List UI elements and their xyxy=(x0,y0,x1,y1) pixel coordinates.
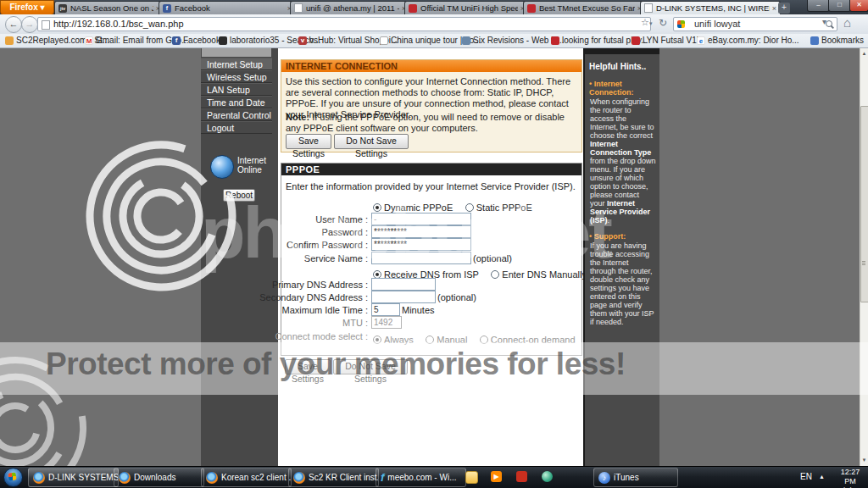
dynamic-pppoe-radio[interactable] xyxy=(373,203,381,212)
bookmark-star-icon[interactable]: ☆▾ xyxy=(641,17,652,28)
scrollbar-grip xyxy=(862,261,865,265)
maximize-button[interactable]: □ xyxy=(828,0,851,12)
sidebar-item-lan-setup[interactable]: LAN Setup xyxy=(201,83,272,96)
hint-1-text-e: . xyxy=(608,216,610,225)
new-tab-button[interactable]: + xyxy=(778,3,790,14)
mtu-input[interactable] xyxy=(371,316,402,329)
confirm-password-label: Confirm Password : xyxy=(258,240,368,250)
messenger-icon[interactable] xyxy=(542,471,553,482)
taskbar-label: Korean sc2 client ... xyxy=(221,473,292,482)
manual-dns-label: Enter DNS Manually xyxy=(502,269,587,280)
primary-dns-input[interactable] xyxy=(371,278,436,291)
tab-justin-tv[interactable]: jtv NASL Season One on Justin.tv × xyxy=(54,1,164,14)
google-icon xyxy=(677,20,685,28)
close-tab-icon[interactable]: × xyxy=(770,4,776,13)
search-icon[interactable] xyxy=(826,20,832,27)
static-pppoe-label: Static PPPoE xyxy=(476,202,532,213)
firefox-menu-button[interactable]: Firefox ▾ xyxy=(0,0,54,15)
media-player-icon[interactable]: ▶ xyxy=(491,471,502,482)
confirm-password-input[interactable] xyxy=(371,238,471,251)
bookmark-lyn-futsal[interactable]: LYN Futsal V17 xyxy=(632,36,701,45)
tab-title: unifi @ athena.my | 2011 - The ... xyxy=(306,3,399,13)
firefox-icon xyxy=(206,472,218,484)
scroll-down-icon[interactable]: ▼ xyxy=(860,455,868,465)
windows-logo-icon xyxy=(8,472,16,480)
explorer-folder-icon[interactable] xyxy=(465,471,478,484)
bookmark-ebay[interactable]: eeBay.com.my: Dior Ho... xyxy=(697,36,799,45)
password-input[interactable] xyxy=(371,225,471,238)
taskbar-firefox-dlink[interactable]: D-LINK SYSTEMS,... xyxy=(28,468,119,487)
tab-title: Best TMnet Excuse So Far xyxy=(539,3,635,13)
static-pppoe-radio[interactable] xyxy=(465,203,474,212)
save-settings-button-top[interactable]: Save Settings xyxy=(286,134,331,149)
sidebar-item-internet-setup[interactable]: Internet Setup xyxy=(201,58,272,70)
service-name-input[interactable] xyxy=(371,252,471,264)
tray-expand-icon[interactable]: ▲ xyxy=(819,474,825,480)
tab-dlink-active[interactable]: D-LINK SYSTEMS, INC | WIRELE... × xyxy=(640,1,781,14)
chevron-down-icon: ▾ xyxy=(41,3,45,12)
url-bar[interactable]: http://192.168.0.1/bsc_wan.php xyxy=(37,17,651,31)
bookmarks-menu-button[interactable]: Bookmarks xyxy=(810,36,864,45)
taskbar-itunes[interactable]: ♪ iTunes xyxy=(593,468,678,487)
taskbar-ie-meebo[interactable]: fmeebo.com - Wi... xyxy=(376,468,466,487)
sidebar-item-wireless-setup[interactable]: Wireless Setup xyxy=(201,70,272,83)
red-app-icon[interactable] xyxy=(516,471,527,482)
forum-icon xyxy=(632,36,640,45)
reload-button[interactable]: ↻ xyxy=(659,17,667,29)
username-input[interactable] xyxy=(371,213,471,225)
page-icon xyxy=(294,3,303,13)
search-go-icon[interactable]: ▾ xyxy=(822,17,826,26)
connect-demand-radio[interactable] xyxy=(480,336,488,344)
sidebar-item-logout[interactable]: Logout xyxy=(201,121,272,134)
bookmark-six-revisions[interactable]: Six Revisions - Web D... xyxy=(462,36,565,45)
sidebar-item-time-and-date[interactable]: Time and Date xyxy=(201,96,272,108)
site-icon xyxy=(219,36,227,45)
tab-facebook[interactable]: f Facebook × xyxy=(159,1,296,14)
facebook-icon: f xyxy=(172,36,181,45)
pppoe-intro: Enter the information provided by your I… xyxy=(286,181,577,192)
taskbar-firefox-korean-sc2[interactable]: Korean sc2 client ... xyxy=(201,468,292,487)
firefox-icon xyxy=(293,472,305,484)
mtu-label: MTU : xyxy=(258,318,368,328)
max-idle-input[interactable] xyxy=(371,303,400,316)
close-window-button[interactable]: ✕ xyxy=(849,0,868,12)
language-indicator[interactable]: EN xyxy=(800,472,812,481)
tab-unifi-athena[interactable]: unifi @ athena.my | 2011 - The ... × xyxy=(290,1,410,14)
gmail-icon: M xyxy=(85,36,93,45)
tab-best-tmnet-excuse[interactable]: Best TMnet Excuse So Far × xyxy=(523,1,646,14)
do-not-save-settings-button-top[interactable]: Do Not Save Settings xyxy=(334,134,409,149)
hint-internet-connection-heading: • Internet Connection: xyxy=(589,80,655,97)
back-button[interactable]: ← xyxy=(5,16,22,33)
star-icon: ☆ xyxy=(641,17,649,27)
search-input[interactable]: unifi lowyat xyxy=(673,17,837,31)
reboot-button[interactable]: Reboot xyxy=(223,189,255,202)
connect-always-radio[interactable] xyxy=(373,336,381,344)
connect-always-label: Always xyxy=(384,335,414,345)
justintv-icon: jtv xyxy=(58,4,67,13)
manual-dns-radio[interactable] xyxy=(491,270,499,279)
taskbar-firefox-downloads[interactable]: Downloads xyxy=(114,468,204,487)
home-button[interactable]: ⌂ xyxy=(843,15,851,30)
save-settings-button-bottom[interactable]: Save Settings xyxy=(285,359,331,374)
start-button[interactable] xyxy=(3,468,23,487)
note-label: Note: xyxy=(286,112,309,122)
tab-title: D-LINK SYSTEMS, INC | WIRELE... xyxy=(656,3,770,13)
minimize-button[interactable]: – xyxy=(807,0,830,12)
forum-icon xyxy=(527,4,536,13)
tab-official-tm-unifi[interactable]: Official TM UniFi High Speed Br... × xyxy=(404,1,529,14)
sidebar-item-parental-control[interactable]: Parental Control xyxy=(201,108,272,121)
secondary-dns-input[interactable] xyxy=(371,291,436,303)
connect-manual-radio[interactable] xyxy=(426,336,434,344)
username-label: User Name : xyxy=(258,214,368,225)
scrollbar-thumb[interactable] xyxy=(860,106,868,302)
service-optional-label: (optional) xyxy=(473,253,512,264)
forward-button[interactable]: → xyxy=(21,16,38,33)
scroll-up-icon[interactable]: ▲ xyxy=(860,48,868,58)
bookmark-facebook[interactable]: fFacebook xyxy=(172,36,220,45)
taskbar-firefox-sc2-kr[interactable]: Sc2 KR Client inst... xyxy=(288,468,379,487)
note-text: If using the PPPoE option, you will need… xyxy=(286,112,565,133)
page-icon xyxy=(380,36,388,45)
do-not-save-settings-button-bottom[interactable]: Do Not Save Settings xyxy=(333,359,408,374)
bookmark-label: Facebook xyxy=(183,36,220,45)
taskbar-clock[interactable]: 12:27 PM 15/5/2011 xyxy=(834,468,866,488)
